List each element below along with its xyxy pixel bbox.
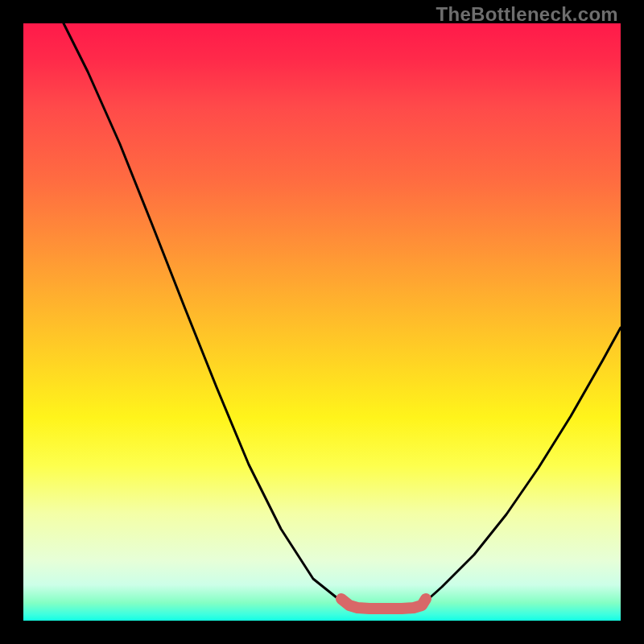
chart-frame: TheBottleneck.com: [0, 0, 644, 644]
series-optimal-band: [341, 599, 426, 609]
series-bottleneck-curve: [64, 23, 621, 608]
watermark-text: TheBottleneck.com: [436, 3, 618, 26]
chart-canvas: [23, 23, 621, 621]
plot-area: [23, 23, 621, 621]
